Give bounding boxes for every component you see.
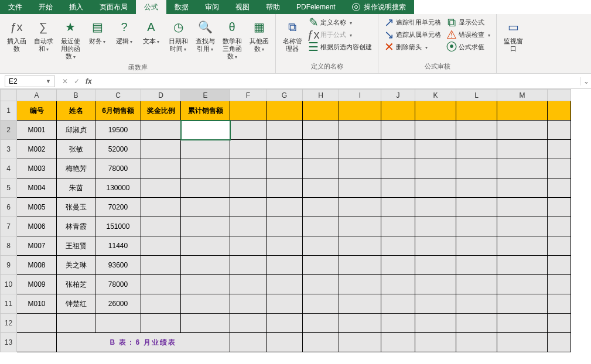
cell[interactable] bbox=[456, 256, 497, 275]
cell[interactable] bbox=[456, 236, 497, 256]
cell[interactable] bbox=[381, 101, 415, 121]
row-header[interactable]: 12 bbox=[1, 314, 17, 333]
cell[interactable] bbox=[381, 159, 415, 178]
cell[interactable] bbox=[497, 314, 548, 333]
col-header[interactable]: A bbox=[17, 90, 57, 101]
col-header[interactable]: E bbox=[181, 90, 230, 101]
cancel-icon[interactable]: ✕ bbox=[62, 77, 68, 85]
col-header[interactable]: H bbox=[303, 90, 339, 101]
cell[interactable] bbox=[230, 275, 267, 294]
cell[interactable] bbox=[548, 294, 571, 314]
cell[interactable] bbox=[181, 256, 230, 275]
cell[interactable] bbox=[381, 121, 415, 140]
financial-button[interactable]: ▤ 财务 bbox=[84, 16, 110, 46]
cell[interactable] bbox=[17, 333, 57, 352]
cell[interactable] bbox=[181, 198, 230, 217]
cell[interactable] bbox=[381, 178, 415, 198]
cell[interactable] bbox=[181, 275, 230, 294]
cell[interactable]: 52000 bbox=[95, 140, 141, 159]
col-header[interactable]: M bbox=[497, 90, 548, 101]
cell[interactable] bbox=[415, 101, 456, 121]
cell[interactable] bbox=[339, 275, 381, 294]
cell[interactable] bbox=[497, 121, 548, 140]
cell[interactable]: 林青霞 bbox=[57, 217, 95, 236]
tab-formulas[interactable]: 公式 bbox=[136, 0, 166, 14]
cell[interactable] bbox=[303, 314, 339, 333]
cell[interactable] bbox=[230, 121, 267, 140]
row-header[interactable]: 10 bbox=[1, 275, 17, 294]
cell[interactable] bbox=[267, 140, 303, 159]
cell[interactable] bbox=[548, 333, 571, 352]
tab-view[interactable]: 视图 bbox=[227, 0, 258, 14]
cell[interactable]: 11440 bbox=[95, 236, 141, 256]
cell[interactable] bbox=[456, 159, 497, 178]
cell[interactable] bbox=[267, 256, 303, 275]
error-checking-button[interactable]: ⚠ 错误检查 bbox=[445, 29, 493, 40]
col-header[interactable]: D bbox=[141, 90, 181, 101]
cell[interactable] bbox=[303, 198, 339, 217]
cell[interactable] bbox=[267, 121, 303, 140]
cell[interactable] bbox=[456, 198, 497, 217]
cell[interactable] bbox=[415, 294, 456, 314]
cell[interactable] bbox=[456, 101, 497, 121]
cell[interactable] bbox=[339, 198, 381, 217]
col-header[interactable]: J bbox=[381, 90, 415, 101]
cell[interactable] bbox=[141, 198, 181, 217]
cell[interactable] bbox=[497, 236, 548, 256]
cell[interactable] bbox=[497, 294, 548, 314]
cell[interactable] bbox=[339, 217, 381, 236]
col-header[interactable]: L bbox=[456, 90, 497, 101]
cell[interactable] bbox=[456, 294, 497, 314]
cell[interactable] bbox=[230, 140, 267, 159]
cell[interactable] bbox=[181, 159, 230, 178]
row-header[interactable]: 6 bbox=[1, 198, 17, 217]
cell[interactable]: M006 bbox=[17, 217, 57, 236]
cell[interactable] bbox=[497, 178, 548, 198]
cell[interactable] bbox=[497, 217, 548, 236]
cell[interactable]: M008 bbox=[17, 256, 57, 275]
cell[interactable] bbox=[303, 275, 339, 294]
autosum-button[interactable]: ∑ 自动求和 bbox=[30, 16, 56, 54]
col-header[interactable]: F bbox=[230, 90, 267, 101]
cell[interactable]: 6月销售额 bbox=[95, 101, 141, 121]
cell[interactable] bbox=[415, 159, 456, 178]
cell[interactable] bbox=[303, 217, 339, 236]
tell-me[interactable]: 操作说明搜索 bbox=[344, 0, 414, 14]
cell[interactable] bbox=[381, 256, 415, 275]
cell[interactable] bbox=[267, 236, 303, 256]
cell[interactable]: M001 bbox=[17, 121, 57, 140]
col-header[interactable] bbox=[548, 90, 571, 101]
cell[interactable] bbox=[267, 294, 303, 314]
cell[interactable] bbox=[303, 294, 339, 314]
tab-help[interactable]: 帮助 bbox=[258, 0, 288, 14]
cell[interactable]: 78000 bbox=[95, 159, 141, 178]
col-header[interactable]: C bbox=[95, 90, 141, 101]
cell[interactable] bbox=[230, 294, 267, 314]
cell[interactable] bbox=[497, 275, 548, 294]
formula-input[interactable] bbox=[97, 76, 580, 87]
cell[interactable] bbox=[548, 217, 571, 236]
watch-window-button[interactable]: ▭ 监视窗口 bbox=[500, 16, 526, 54]
cell[interactable] bbox=[415, 333, 456, 352]
cell[interactable] bbox=[141, 140, 181, 159]
cell[interactable] bbox=[497, 159, 548, 178]
cell[interactable] bbox=[230, 314, 267, 333]
cell[interactable] bbox=[415, 275, 456, 294]
cell[interactable] bbox=[141, 294, 181, 314]
cell[interactable]: M009 bbox=[17, 275, 57, 294]
cell[interactable] bbox=[548, 198, 571, 217]
cell[interactable] bbox=[339, 121, 381, 140]
cell[interactable]: 奖金比例 bbox=[141, 101, 181, 121]
cell[interactable] bbox=[381, 198, 415, 217]
cell[interactable] bbox=[230, 198, 267, 217]
row-header[interactable]: 2 bbox=[1, 121, 17, 140]
cell[interactable] bbox=[181, 314, 230, 333]
cell[interactable] bbox=[267, 217, 303, 236]
cell[interactable] bbox=[267, 159, 303, 178]
cell[interactable] bbox=[381, 236, 415, 256]
cell[interactable]: M007 bbox=[17, 236, 57, 256]
cell[interactable]: 151000 bbox=[95, 217, 141, 236]
insert-function-button[interactable]: ƒx 插入函数 bbox=[4, 16, 29, 54]
cell[interactable] bbox=[381, 275, 415, 294]
cell[interactable] bbox=[381, 140, 415, 159]
